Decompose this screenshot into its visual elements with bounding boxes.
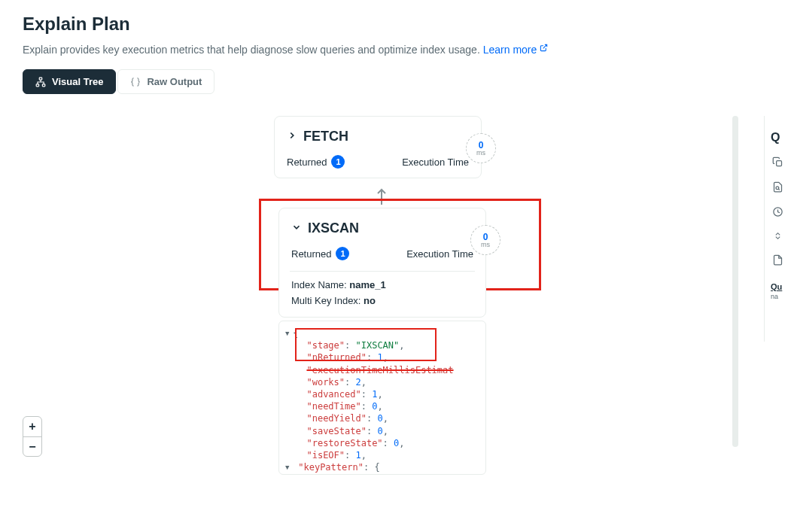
code-keypattern-key: "keyPattern" <box>298 462 364 473</box>
tab-visual-tree[interactable]: Visual Tree <box>23 69 116 94</box>
index-name-value: name_1 <box>349 279 385 290</box>
ixscan-clock: 0 ms <box>470 225 500 255</box>
tab-raw-output[interactable]: Raw Output <box>117 69 214 94</box>
view-tabs: Visual Tree Raw Output <box>23 69 768 94</box>
code-exectime-struck: "executionTimeMillisEstimat <box>306 365 453 375</box>
code-advanced-key: "advanced" <box>306 389 361 400</box>
code-keypattern-brace: { <box>374 462 379 473</box>
chevron-right-icon <box>287 130 297 144</box>
ixscan-exec-label: Execution Time <box>406 248 473 260</box>
code-works-key: "works" <box>306 377 345 388</box>
code-needyield-val: 0 <box>377 413 382 424</box>
svg-rect-3 <box>42 84 45 86</box>
fetch-returned-badge: 1 <box>331 155 345 169</box>
code-savestate-key: "saveState" <box>306 426 366 436</box>
index-name-label: Index Name: <box>291 279 349 290</box>
fetch-exec-label: Execution Time <box>402 157 469 168</box>
ixscan-returned-badge: 1 <box>336 247 349 260</box>
svg-rect-2 <box>36 84 39 86</box>
index-name-row: Index Name: name_1 <box>291 279 473 290</box>
code-restorestate-key: "restoreState" <box>306 438 382 448</box>
braces-icon <box>130 77 141 87</box>
code-iseof-key: "isEOF" <box>306 450 345 461</box>
fetch-returned-label: Returned <box>287 157 327 168</box>
ixscan-clock-unit: ms <box>481 242 490 248</box>
chevron-down-icon <box>291 222 302 236</box>
highlight-box-2 <box>295 328 437 361</box>
external-link-icon <box>540 42 548 54</box>
scrollbar[interactable] <box>732 116 738 447</box>
multi-key-label: Multi Key Index: <box>291 295 364 306</box>
fetch-clock-unit: ms <box>476 150 485 157</box>
page-title: Explain Plan <box>23 14 768 35</box>
multi-key-row: Multi Key Index: no <box>291 295 473 306</box>
svg-point-6 <box>776 187 779 190</box>
svg-rect-1 <box>39 78 42 80</box>
learn-more-link[interactable]: Learn more <box>483 44 548 56</box>
zoom-in-button[interactable]: + <box>23 417 41 436</box>
explain-canvas[interactable]: FETCH Returned 1 Execution Time 0 ms IXS… <box>0 111 738 532</box>
file-search-icon[interactable] <box>772 181 783 193</box>
zoom-out-button[interactable]: − <box>23 436 41 456</box>
zoom-controls: + − <box>23 416 42 457</box>
tab-visual-label: Visual Tree <box>52 76 103 87</box>
ixscan-returned-label: Returned <box>291 248 331 260</box>
learn-more-label: Learn more <box>483 44 537 56</box>
code-works-val: 2 <box>355 377 361 388</box>
right-panel-label: Qu <box>771 282 782 291</box>
fetch-clock-value: 0 <box>479 141 484 150</box>
svg-rect-5 <box>777 161 782 166</box>
fetch-clock: 0 ms <box>466 133 496 163</box>
document-icon[interactable] <box>772 254 783 266</box>
page-subtitle: Explain provides key execution metrics t… <box>23 42 768 56</box>
fetch-node[interactable]: FETCH Returned 1 Execution Time 0 ms <box>274 116 482 178</box>
right-panel-pill: na <box>771 293 778 300</box>
right-panel: Q Qu na <box>764 116 791 342</box>
copy-icon[interactable] <box>772 157 783 168</box>
ixscan-clock-value: 0 <box>483 233 488 242</box>
code-iseof-val: 1 <box>355 450 361 461</box>
svg-line-0 <box>543 44 547 48</box>
sort-icon[interactable] <box>773 231 783 241</box>
right-panel-heading: Q <box>771 125 783 157</box>
code-needyield-key: "needYield" <box>306 413 366 424</box>
ixscan-title: IXSCAN <box>308 220 359 236</box>
multi-key-value: no <box>364 295 376 306</box>
fetch-title: FETCH <box>303 129 348 144</box>
clock-icon[interactable] <box>772 206 783 217</box>
tab-raw-label: Raw Output <box>147 76 202 87</box>
subtitle-text: Explain provides key execution metrics t… <box>23 44 483 56</box>
code-savestate-val: 0 <box>377 426 382 436</box>
code-needtime-key: "needTime" <box>306 401 361 412</box>
ixscan-node[interactable]: IXSCAN Returned 1 Execution Time 0 ms In… <box>278 208 486 318</box>
tree-icon <box>35 77 46 87</box>
